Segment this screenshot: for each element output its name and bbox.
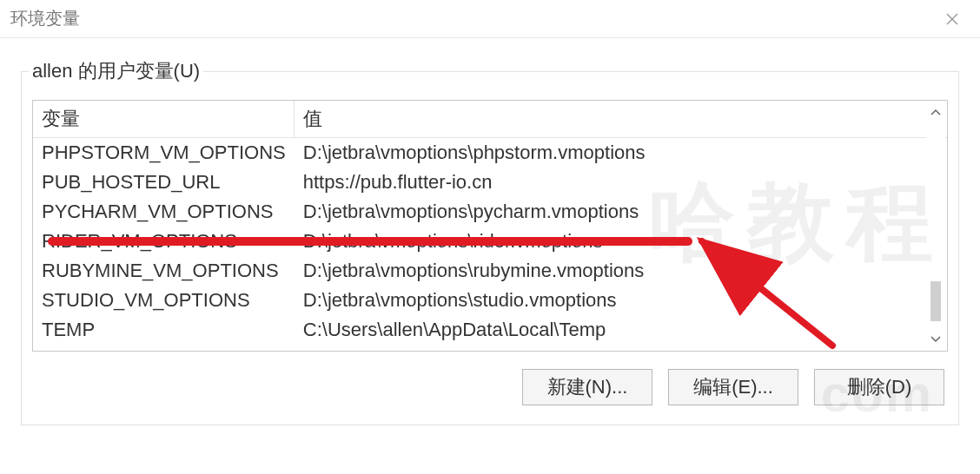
table-row[interactable]: TEMPC:\Users\allen\AppData\Local\Temp (33, 315, 947, 345)
var-name: TMP (33, 345, 295, 352)
var-value: D:\jetbra\vmoptions\rubymine.vmoptions (295, 256, 947, 286)
table-row[interactable]: RIDER_VM_OPTIONSD:\jetbra\vmoptions\ride… (33, 227, 947, 256)
var-value: D:\jetbra\vmoptions\rider.vmoptions (295, 227, 947, 256)
chevron-up-icon (930, 109, 941, 115)
table-row[interactable]: TMPC:\Users\allen\AppData\Local\Temp (33, 345, 947, 352)
delete-button[interactable]: 删除(D) (814, 369, 944, 405)
table-row[interactable]: PUB_HOSTED_URLhttps://pub.flutter-io.cn (33, 168, 947, 197)
var-name: PUB_HOSTED_URL (33, 168, 295, 197)
var-value: D:\jetbra\vmoptions\phpstorm.vmoptions (295, 138, 947, 168)
edit-button[interactable]: 编辑(E)... (668, 369, 798, 405)
var-name: TEMP (33, 315, 295, 345)
var-name: PHPSTORM_VM_OPTIONS (33, 138, 295, 168)
var-name: STUDIO_VM_OPTIONS (33, 286, 295, 315)
var-value: C:\Users\allen\AppData\Local\Temp (295, 315, 947, 345)
new-button[interactable]: 新建(N)... (522, 369, 652, 405)
table-scrollbar[interactable] (926, 102, 945, 349)
col-header-variable[interactable]: 变量 (33, 101, 295, 138)
table-row[interactable]: RUBYMINE_VM_OPTIONSD:\jetbra\vmoptions\r… (33, 256, 947, 286)
table-row[interactable]: PHPSTORM_VM_OPTIONSD:\jetbra\vmoptions\p… (33, 138, 947, 168)
close-icon (946, 13, 958, 25)
var-value: D:\jetbra\vmoptions\pycharm.vmoptions (295, 197, 947, 227)
var-name: PYCHARM_VM_OPTIONS (33, 197, 295, 227)
col-header-value[interactable]: 值 (295, 101, 947, 138)
chevron-down-icon (930, 336, 941, 343)
var-name: RUBYMINE_VM_OPTIONS (33, 256, 295, 286)
scroll-down-button[interactable] (927, 330, 944, 349)
table-row[interactable]: PYCHARM_VM_OPTIONSD:\jetbra\vmoptions\py… (33, 197, 947, 227)
variables-table-container: 变量 值 PHPSTORM_VM_OPTIONSD:\jetbra\vmopti… (32, 100, 948, 352)
scroll-up-button[interactable] (927, 102, 944, 122)
group-label: allen 的用户变量(U) (29, 58, 203, 84)
scroll-thumb[interactable] (930, 281, 941, 321)
var-name: RIDER_VM_OPTIONS (33, 227, 295, 256)
delete-button-label: 删除(D) (847, 374, 912, 400)
table-row[interactable]: STUDIO_VM_OPTIONSD:\jetbra\vmoptions\stu… (33, 286, 947, 315)
user-variables-group: allen 的用户变量(U) 变量 值 PHPSTORM_VM_OPTIONSD… (21, 71, 959, 425)
edit-button-label: 编辑(E)... (693, 374, 773, 400)
var-value: C:\Users\allen\AppData\Local\Temp (295, 345, 947, 352)
window-title: 环境变量 (10, 7, 80, 30)
var-value: https://pub.flutter-io.cn (295, 168, 947, 197)
variables-table[interactable]: 变量 值 PHPSTORM_VM_OPTIONSD:\jetbra\vmopti… (33, 101, 947, 352)
close-button[interactable] (935, 6, 970, 32)
new-button-label: 新建(N)... (547, 374, 628, 400)
var-value: D:\jetbra\vmoptions\studio.vmoptions (295, 286, 947, 315)
window-titlebar: 环境变量 (0, 0, 980, 38)
